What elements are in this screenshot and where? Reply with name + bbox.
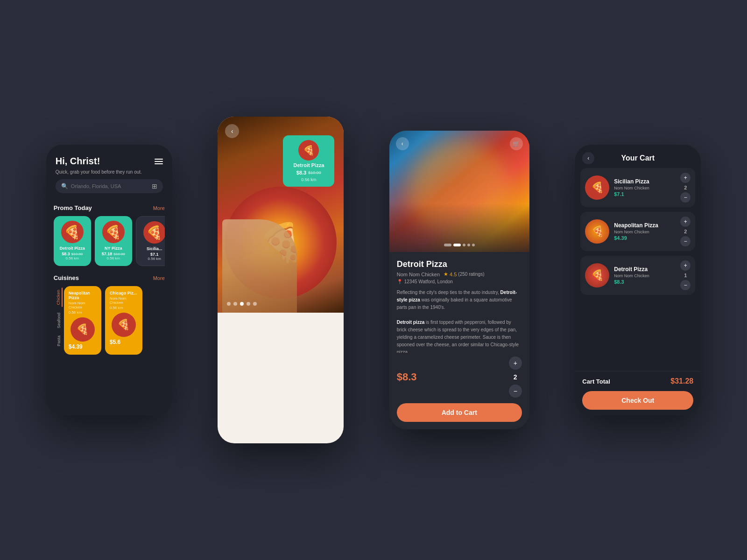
qty-increase-btn[interactable]: + — [509, 357, 522, 370]
promo-item-name-1: Detroit Pizza — [60, 246, 85, 251]
item-price: $8.3 — [397, 371, 417, 383]
home-header: Hi, Christ! Quick, grab your food before… — [46, 145, 172, 199]
cart-item-name-2: Neapolitan Pizza — [614, 222, 676, 229]
cart-qty-controls-1: + 2 − — [680, 173, 691, 203]
cart-back-button[interactable]: ‹ — [582, 152, 594, 164]
promo-distance-3: 0.56 km — [148, 257, 161, 261]
cart-qty-controls-2: + 2 − — [680, 217, 691, 246]
cart-item-info-3: Detroit Pizza Nom Nom Chicken $8.3 — [614, 266, 676, 285]
cuisine-tab-chicken[interactable]: Chicken — [55, 288, 63, 307]
cart-qty-num-3: 1 — [684, 273, 687, 278]
cuisine-card-1[interactable]: Neapolitan Pizza Nom Nom Chicken 0.56 km… — [64, 286, 101, 355]
search-input[interactable] — [71, 183, 149, 189]
qty-decrease-btn[interactable]: − — [509, 385, 522, 398]
cuisine-item-name-1: Neapolitan Pizza — [69, 291, 97, 300]
star-icon: ★ — [444, 271, 448, 277]
location-text: 12345 Watford, London — [404, 279, 453, 284]
map-info-card: 🍕 Detroit Pizza $8.3 $10.00 0.56 km — [283, 135, 334, 187]
cuisine-tabs: Chicken Seafood Pasta — [54, 286, 64, 355]
location-icon: 📍 — [397, 279, 402, 284]
restaurant-tag: Nom Nom Chicken — [397, 272, 440, 277]
cart-item-2: 🍕 Neapolitan Pizza Nom Nom Chicken $4.39… — [580, 212, 695, 251]
promo-card-1[interactable]: 🍕 Detroit Pizza $8.3 $10.00 0.56 km — [54, 216, 91, 266]
cart-item-name-1: Sicilian Pizza — [614, 178, 676, 185]
promo-item-name-3: Sicilia... — [147, 246, 162, 251]
cart-qty-plus-2[interactable]: + — [680, 217, 691, 227]
checkout-button[interactable]: Check Out — [582, 391, 693, 410]
promo-price-3: $7.1 — [150, 252, 159, 257]
scene: Hi, Christ! Quick, grab your food before… — [23, 70, 724, 490]
promo-title: Promo Today — [54, 204, 92, 211]
cart-qty-controls-3: + 1 − — [680, 260, 691, 290]
cuisine-price-2: $5.6 — [110, 339, 138, 345]
promo-more-link[interactable]: More — [153, 205, 165, 211]
map-price: $8.3 — [296, 170, 306, 175]
cart-pizza-img-3: 🍕 — [585, 263, 609, 287]
map-old-price: $10.00 — [308, 170, 321, 175]
cart-item-price-3: $8.3 — [614, 279, 676, 285]
cart-total-value: $31.28 — [670, 377, 693, 385]
cart-item-restaurant-3: Nom Nom Chicken — [614, 273, 676, 278]
cuisine-restaurant-1: Nom Nom Chicken — [69, 301, 97, 309]
img-dot-3 — [463, 244, 465, 246]
cart-qty-num-1: 2 — [684, 185, 687, 190]
img-dot-1 — [444, 244, 451, 246]
cart-item-price-1: $7.1 — [614, 191, 676, 197]
cuisines-title: Cuisines — [54, 274, 79, 281]
cuisine-price-1: $4.39 — [69, 343, 97, 350]
cuisines-more-link[interactable]: More — [153, 275, 165, 281]
cuisine-tab-pasta[interactable]: Pasta — [56, 334, 62, 348]
cart-pizza-img-1: 🍕 — [585, 175, 609, 200]
menu-icon[interactable] — [155, 159, 163, 164]
promo-price-1: $8.3 — [62, 252, 70, 256]
cart-qty-minus-2[interactable]: − — [680, 236, 691, 246]
add-to-cart-button[interactable]: Add to Cart — [397, 403, 522, 422]
cart-item-1: 🍕 Sicilian Pizza Nom Nom Chicken $7.1 + … — [580, 168, 695, 207]
cart-item-3: 🍕 Detroit Pizza Nom Nom Chicken $8.3 + 1… — [580, 256, 695, 295]
dot-4 — [247, 302, 250, 306]
promo-cards: 🍕 Detroit Pizza $8.3 $10.00 0.56 km 🍕 NY… — [54, 216, 165, 266]
promo-card-3[interactable]: 🍕 Sicilia... $7.1 0.56 km — [136, 216, 165, 266]
cart-qty-minus-1[interactable]: − — [680, 192, 691, 203]
item-description: Reflecting the city's deep ties to the a… — [397, 289, 522, 353]
cart-icon: 🛒 — [513, 140, 520, 147]
cart-item-info-1: Sicilian Pizza Nom Nom Chicken $7.1 — [614, 178, 676, 197]
cuisine-tab-seafood[interactable]: Seafood — [56, 311, 62, 330]
cart-header: ‹ Your Cart — [575, 145, 701, 168]
cart-qty-plus-1[interactable]: + — [680, 173, 691, 183]
cuisine-pizza-img-2: 🍕 — [112, 313, 136, 337]
promo-price-2: $7.18 — [102, 252, 113, 256]
promo-distance-2: 0.56 km — [107, 256, 120, 260]
cart-footer: Cart Total $31.28 Check Out — [575, 371, 701, 415]
cuisine-distance-1: 0.56 km — [69, 310, 97, 315]
phone-map: 🍕 ‹ 🍕 Detroit Pizza $8.3 $10.00 0.56 km — [218, 117, 344, 443]
phone-home: Hi, Christ! Quick, grab your food before… — [46, 145, 172, 415]
food-img-overlay — [389, 131, 529, 252]
rating-value: 4.5 — [450, 272, 457, 277]
cart-top-button[interactable]: 🛒 — [510, 137, 523, 150]
cuisines-section: Cuisines More Chicken Seafood Pasta Neap… — [46, 269, 172, 415]
food-image: ‹ 🛒 — [389, 131, 529, 252]
map-dots — [227, 302, 257, 306]
back-button-3[interactable]: ‹ — [396, 137, 409, 150]
search-icon: 🔍 — [61, 183, 68, 189]
cuisine-card-2[interactable]: Chicago Piz... Nom Nom Chicken 0.56 km 🍕… — [105, 286, 142, 355]
greeting-text: Hi, Christ! — [56, 156, 100, 167]
desc-p1: Reflecting the city's deep ties to the a… — [397, 289, 522, 311]
search-bar[interactable]: 🔍 ⊞ — [56, 179, 163, 193]
subtitle-text: Quick, grab your food before they run ou… — [56, 169, 163, 175]
promo-old-price-1: $10.00 — [71, 252, 83, 256]
qr-icon: ⊞ — [152, 182, 157, 190]
cuisine-cards: Neapolitan Pizza Nom Nom Chicken 0.56 km… — [64, 286, 165, 355]
desc-p2: Detroit pizza is first topped with peppe… — [397, 319, 522, 353]
cart-qty-minus-3[interactable]: − — [680, 280, 691, 290]
qty-display: 2 — [514, 373, 517, 381]
promo-card-2[interactable]: 🍕 NY Pizza $7.18 $10.00 0.56 km — [95, 216, 132, 266]
cart-qty-plus-3[interactable]: + — [680, 260, 691, 271]
img-dot-5 — [472, 244, 475, 246]
cuisine-item-name-2: Chicago Piz... — [110, 291, 138, 295]
rating-count: (250 ratings) — [458, 272, 484, 277]
cuisine-pizza-img-1: 🍕 — [70, 317, 95, 342]
map-pizza-bg: 🍕 ‹ 🍕 Detroit Pizza $8.3 $10.00 0.56 km — [218, 117, 344, 313]
cuisine-distance-2: 0.56 km — [110, 306, 138, 310]
